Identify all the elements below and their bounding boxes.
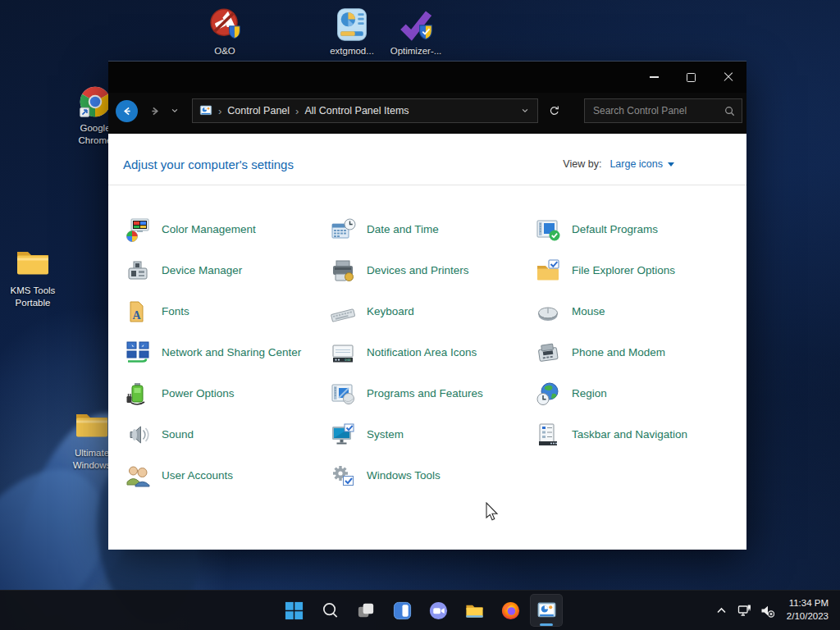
taskbar: 11:34 PM 2/10/2023: [0, 590, 840, 630]
cp-item-phone-and-modem[interactable]: Phone and Modem: [535, 332, 740, 373]
cp-item-date-and-time[interactable]: Date and Time: [330, 209, 535, 250]
tray-hidden-icons-button[interactable]: [711, 597, 733, 623]
system-icon: [330, 422, 356, 448]
cp-item-fonts[interactable]: AFonts: [125, 291, 330, 332]
cp-item-keyboard[interactable]: Keyboard: [330, 291, 535, 332]
search-input[interactable]: [591, 104, 724, 117]
cp-item-label: System: [367, 427, 404, 443]
cp-item-label: Fonts: [162, 304, 189, 320]
chevron-down-icon: [521, 107, 529, 115]
breadcrumb-control-panel[interactable]: Control Panel: [227, 105, 290, 116]
view-by-label: View by:: [563, 158, 601, 170]
cp-item-label: File Explorer Options: [572, 262, 675, 279]
desktop-icon-label: GoogleChrome: [79, 122, 112, 147]
programs-features-icon: [330, 381, 356, 407]
back-button[interactable]: [116, 100, 138, 122]
user-accounts-icon: [125, 463, 151, 489]
cp-item-windows-tools[interactable]: Windows Tools: [330, 455, 535, 496]
cp-item-label: Sound: [162, 427, 194, 443]
address-bar[interactable]: › Control Panel › All Control Panel Item…: [192, 98, 538, 123]
desktop-icon-label: UltimateWindows: [73, 447, 112, 472]
forward-arrow-icon: [149, 105, 162, 117]
cp-item-mouse[interactable]: Mouse: [535, 291, 740, 332]
tray-volume-muted-button[interactable]: [757, 597, 778, 623]
cp-item-label: Devices and Printers: [367, 262, 469, 279]
cp-item-power-options[interactable]: Power Options: [125, 373, 330, 414]
page-title: Adjust your computer's settings: [123, 158, 294, 171]
cp-item-label: Region: [572, 386, 607, 402]
search-icon: [724, 106, 735, 116]
chevron-down-icon: [668, 162, 674, 167]
cp-item-label: Notification Area Icons: [367, 345, 477, 361]
oo-shutup-icon: [207, 7, 243, 43]
cp-item-label: Device Manager: [162, 262, 242, 279]
taskbar-task-view-button[interactable]: [349, 594, 382, 627]
forward-button[interactable]: [144, 100, 166, 121]
mouse-icon: [535, 299, 561, 325]
cp-item-system[interactable]: System: [330, 414, 535, 455]
devices-printers-icon: [330, 258, 356, 284]
breadcrumb-separator: ›: [295, 105, 299, 117]
chevron-down-icon: [171, 107, 179, 115]
cp-item-label: Keyboard: [367, 304, 414, 320]
cp-item-programs-and-features[interactable]: Programs and Features: [330, 373, 535, 414]
notification-area-icon: 0:00: [330, 340, 356, 366]
minimize-button[interactable]: [636, 62, 673, 93]
cp-item-taskbar-and-navigation[interactable]: Taskbar and Navigation: [535, 414, 740, 455]
navigation-bar: › Control Panel › All Control Panel Item…: [108, 93, 746, 134]
desktop: O&Oextgmod...Optimizer-...GoogleChromeKM…: [0, 0, 840, 630]
taskbar-firefox-button[interactable]: [494, 594, 527, 627]
cp-item-label: Programs and Features: [367, 386, 483, 402]
taskbar-control-panel-button[interactable]: [530, 594, 563, 627]
svg-text:0:00: 0:00: [345, 358, 351, 362]
refresh-icon: [549, 105, 560, 116]
cp-item-label: Taskbar and Navigation: [572, 427, 687, 443]
desktop-icon-label: O&O: [214, 45, 235, 57]
power-options-icon: [125, 381, 151, 407]
cp-item-user-accounts[interactable]: User Accounts: [125, 455, 330, 496]
cp-item-label: Default Programs: [572, 221, 658, 238]
control-panel-icon: [199, 104, 212, 117]
file-explorer-icon: [464, 600, 485, 621]
cp-item-device-manager[interactable]: Device Manager: [125, 250, 330, 291]
file-explorer-options-icon: [535, 258, 561, 284]
cp-item-notification-area-icons[interactable]: 0:00Notification Area Icons: [330, 332, 535, 373]
clock[interactable]: 11:34 PM 2/10/2023: [783, 596, 835, 624]
region-icon: [535, 381, 561, 407]
close-button[interactable]: [710, 62, 746, 93]
taskbar-start-button[interactable]: [277, 594, 310, 627]
cp-item-label: Network and Sharing Center: [162, 345, 301, 361]
tray-network-button[interactable]: [734, 597, 756, 623]
cp-item-region[interactable]: Region: [535, 373, 740, 414]
taskbar-search-button[interactable]: [313, 594, 346, 627]
cp-item-default-programs[interactable]: Default Programs: [535, 209, 740, 250]
cp-item-devices-and-printers[interactable]: Devices and Printers: [330, 250, 535, 291]
desktop-icon-oo[interactable]: O&O: [188, 7, 262, 57]
default-programs-icon: [535, 217, 561, 243]
address-dropdown-button[interactable]: [516, 100, 534, 121]
cp-item-file-explorer-options[interactable]: File Explorer Options: [535, 250, 740, 291]
taskbar-chat-button[interactable]: [422, 594, 454, 627]
view-by-dropdown[interactable]: Large icons: [609, 158, 674, 170]
tray-date: 2/10/2023: [787, 610, 829, 623]
cp-item-color-management[interactable]: Color Management: [125, 209, 330, 250]
sound-icon: [125, 422, 151, 448]
windows-tools-icon: [330, 463, 356, 489]
breadcrumb-all-items[interactable]: All Control Panel Items: [304, 105, 409, 116]
desktop-icon-extgmod[interactable]: extgmod...: [315, 7, 389, 57]
desktop-icon-optimizer[interactable]: Optimizer-...: [379, 7, 453, 57]
cp-item-sound[interactable]: Sound: [125, 414, 330, 455]
widgets-icon: [392, 600, 413, 621]
recent-pages-button[interactable]: [167, 100, 182, 121]
breadcrumb-separator: ›: [218, 105, 221, 117]
taskbar-widgets-button[interactable]: [386, 594, 418, 627]
cp-item-network-and-sharing-center[interactable]: Network and Sharing Center: [125, 332, 330, 373]
folder-icon: [72, 405, 112, 445]
date-time-icon: [330, 217, 356, 243]
taskbar-file-explorer-button[interactable]: [458, 594, 491, 627]
refresh-button[interactable]: [543, 99, 566, 122]
desktop-icon-label: extgmod...: [330, 45, 374, 57]
title-bar: [108, 62, 746, 93]
maximize-button[interactable]: [673, 62, 710, 93]
desktop-icon-kms[interactable]: KMS ToolsPortable: [0, 243, 66, 309]
